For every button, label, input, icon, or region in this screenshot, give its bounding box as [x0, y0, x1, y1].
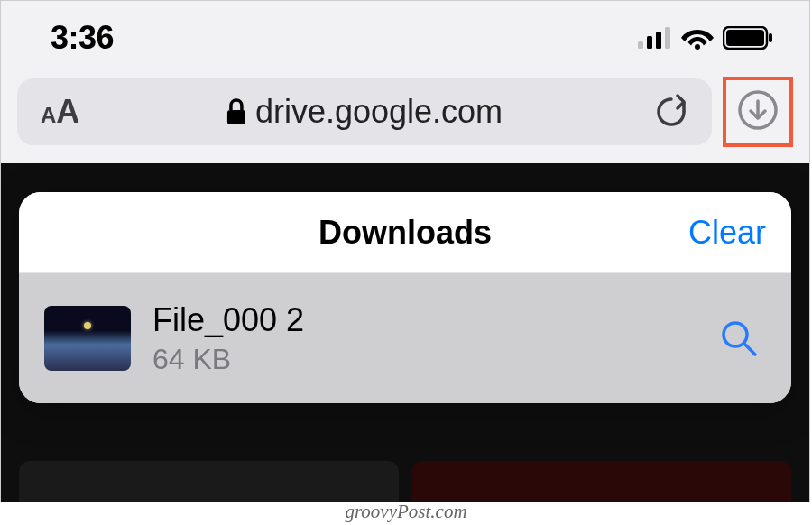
svg-rect-1 [647, 36, 652, 49]
content-thumbnail [411, 461, 791, 502]
svg-rect-6 [726, 30, 764, 46]
svg-point-4 [695, 44, 700, 50]
file-name: File_000 2 [152, 300, 697, 339]
url-text: drive.google.com [255, 93, 503, 131]
downloads-button-highlight [723, 77, 793, 147]
cellular-signal-icon [638, 27, 672, 49]
file-info: File_000 2 64 KB [152, 300, 697, 376]
svg-rect-7 [769, 33, 772, 42]
lock-icon [226, 98, 246, 125]
battery-icon [723, 26, 773, 50]
svg-rect-3 [665, 27, 670, 49]
popover-title: Downloads [318, 214, 492, 252]
downloads-button[interactable] [736, 88, 780, 135]
url-display: drive.google.com [226, 93, 503, 131]
address-bar[interactable]: AA drive.google.com [17, 78, 712, 145]
download-item[interactable]: File_000 2 64 KB [19, 273, 791, 403]
content-thumbnail [19, 461, 399, 502]
watermark: groovyPost.com [345, 501, 466, 523]
wifi-icon [681, 26, 714, 50]
svg-line-12 [744, 344, 755, 355]
text-size-icon[interactable]: AA [41, 93, 79, 131]
file-thumbnail [44, 306, 131, 371]
svg-rect-2 [656, 32, 661, 49]
clear-button[interactable]: Clear [688, 214, 766, 252]
svg-rect-8 [227, 110, 245, 124]
time-label: 3:36 [51, 19, 114, 57]
file-size: 64 KB [152, 343, 697, 376]
status-icons [638, 26, 773, 50]
refresh-button[interactable] [654, 92, 688, 132]
address-row: AA drive.google.com [1, 71, 809, 163]
find-in-finder-button[interactable] [719, 318, 759, 358]
status-bar: 3:36 [1, 1, 809, 71]
downloads-popover: Downloads Clear File_000 2 64 KB [19, 192, 791, 403]
popover-header: Downloads Clear [19, 192, 791, 273]
svg-rect-0 [638, 41, 643, 49]
